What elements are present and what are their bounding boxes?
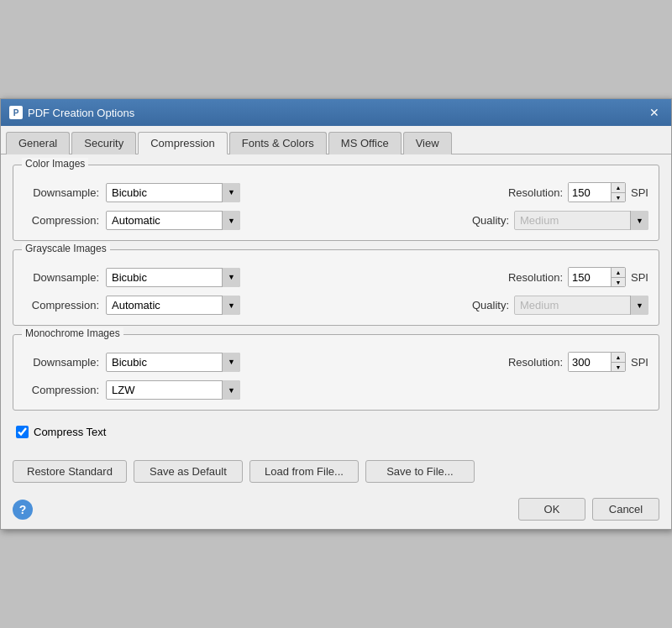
footer-right: OK Cancel <box>518 498 659 521</box>
compress-text-checkbox[interactable] <box>16 426 29 438</box>
window-title: PDF Creation Options <box>28 107 134 119</box>
monochrome-resolution-spinbox: ▲ ▼ <box>568 352 626 372</box>
grayscale-compression-label: Compression: <box>24 299 99 311</box>
monochrome-resolution-input[interactable] <box>569 353 611 371</box>
tab-compression[interactable]: Compression <box>138 132 228 154</box>
grayscale-resolution-input[interactable] <box>569 268 611 286</box>
grayscale-quality-wrapper: Medium Low High Maximum ▼ <box>514 296 648 315</box>
grayscale-images-row2: Compression: Automatic None JPEG JPEG200… <box>24 296 648 315</box>
monochrome-compression-label: Compression: <box>24 384 99 396</box>
grayscale-images-section: Grayscale Images Downsample: Bicubic Non… <box>13 249 659 326</box>
app-icon: P <box>9 106 23 119</box>
color-resolution-unit: SPI <box>631 186 648 199</box>
color-compression-wrapper: Automatic None JPEG JPEG2000 ZIP ▼ <box>106 211 240 230</box>
color-downsample-wrapper: Bicubic None Average Subsample ▼ <box>106 183 240 202</box>
help-button[interactable]: ? <box>13 500 33 520</box>
color-images-row1: Downsample: Bicubic None Average Subsamp… <box>24 182 648 202</box>
grayscale-resolution-up[interactable]: ▲ <box>612 268 625 277</box>
grayscale-resolution-spinbox: ▲ ▼ <box>568 267 626 287</box>
grayscale-downsample-label: Downsample: <box>24 271 99 284</box>
compress-text-label[interactable]: Compress Text <box>34 426 106 438</box>
cancel-button[interactable]: Cancel <box>592 498 659 521</box>
tab-fonts-colors[interactable]: Fonts & Colors <box>229 132 327 154</box>
color-resolution-up[interactable]: ▲ <box>612 183 625 192</box>
color-images-row2: Compression: Automatic None JPEG JPEG200… <box>24 211 648 230</box>
monochrome-resolution-spinbox-btns: ▲ ▼ <box>611 353 625 371</box>
color-quality-wrapper: Medium Low High Maximum ▼ <box>514 211 648 230</box>
monochrome-images-title: Monochrome Images <box>22 327 123 339</box>
monochrome-images-row1: Downsample: Bicubic None Average Subsamp… <box>24 352 648 372</box>
tab-security[interactable]: Security <box>71 132 136 154</box>
ok-button[interactable]: OK <box>518 498 585 521</box>
monochrome-resolution-label: Resolution: <box>508 356 563 369</box>
grayscale-images-title: Grayscale Images <box>22 243 110 254</box>
title-bar: P PDF Creation Options ✕ <box>1 99 671 126</box>
grayscale-resolution-group: Resolution: ▲ ▼ SPI <box>508 267 648 287</box>
compress-text-checkbox-area: Compress Text <box>16 426 106 438</box>
tab-view[interactable]: View <box>403 132 452 154</box>
monochrome-resolution-unit: SPI <box>631 356 648 369</box>
bottom-buttons: Restore Standard Save as Default Load fr… <box>1 452 671 493</box>
grayscale-quality-group: Quality: Medium Low High Maximum ▼ <box>472 296 648 315</box>
grayscale-downsample-select[interactable]: Bicubic None Average Subsample <box>106 268 240 287</box>
color-resolution-input[interactable] <box>569 183 611 201</box>
color-compression-select[interactable]: Automatic None JPEG JPEG2000 ZIP <box>106 211 240 230</box>
grayscale-compression-wrapper: Automatic None JPEG JPEG2000 ZIP ▼ <box>106 296 240 315</box>
color-resolution-spinbox: ▲ ▼ <box>568 182 626 202</box>
color-compression-label: Compression: <box>24 214 99 227</box>
monochrome-downsample-wrapper: Bicubic None Average Subsample ▼ <box>106 353 240 372</box>
tabs-bar: General Security Compression Fonts & Col… <box>1 126 671 154</box>
grayscale-resolution-spinbox-btns: ▲ ▼ <box>611 268 625 286</box>
tab-ms-office[interactable]: MS Office <box>328 132 402 154</box>
main-window: P PDF Creation Options ✕ General Securit… <box>0 98 672 530</box>
close-button[interactable]: ✕ <box>646 104 663 121</box>
grayscale-resolution-down[interactable]: ▼ <box>612 277 625 286</box>
grayscale-images-row1: Downsample: Bicubic None Average Subsamp… <box>24 267 648 287</box>
save-as-default-button[interactable]: Save as Default <box>134 460 243 483</box>
color-downsample-select[interactable]: Bicubic None Average Subsample <box>106 183 240 202</box>
monochrome-compression-wrapper: LZW None CCITT Group 3 CCITT Group 4 ZIP… <box>106 380 240 400</box>
grayscale-quality-select[interactable]: Medium Low High Maximum <box>514 296 648 315</box>
color-quality-select[interactable]: Medium Low High Maximum <box>514 211 648 230</box>
monochrome-images-section: Monochrome Images Downsample: Bicubic No… <box>13 334 659 411</box>
grayscale-quality-label: Quality: <box>472 299 509 311</box>
tab-general[interactable]: General <box>6 132 70 154</box>
grayscale-downsample-wrapper: Bicubic None Average Subsample ▼ <box>106 268 240 287</box>
monochrome-images-row2: Compression: LZW None CCITT Group 3 CCIT… <box>24 380 648 400</box>
color-resolution-label: Resolution: <box>508 186 563 199</box>
compress-text-row: Compress Text <box>13 419 659 442</box>
monochrome-resolution-group: Resolution: ▲ ▼ SPI <box>508 352 648 372</box>
color-downsample-label: Downsample: <box>24 186 99 199</box>
color-quality-group: Quality: Medium Low High Maximum ▼ <box>472 211 648 230</box>
restore-standard-button[interactable]: Restore Standard <box>13 460 127 483</box>
load-from-file-button[interactable]: Load from File... <box>249 460 359 483</box>
title-bar-left: P PDF Creation Options <box>9 106 134 119</box>
monochrome-resolution-down[interactable]: ▼ <box>612 362 625 371</box>
color-images-title: Color Images <box>22 158 88 170</box>
color-resolution-group: Resolution: ▲ ▼ SPI <box>508 182 648 202</box>
monochrome-resolution-up[interactable]: ▲ <box>612 353 625 362</box>
save-to-file-button[interactable]: Save to File... <box>365 460 475 483</box>
color-quality-label: Quality: <box>472 214 509 227</box>
footer: ? OK Cancel <box>1 493 671 529</box>
monochrome-downsample-select[interactable]: Bicubic None Average Subsample <box>106 353 240 372</box>
color-images-section: Color Images Downsample: Bicubic None Av… <box>13 165 659 241</box>
grayscale-resolution-label: Resolution: <box>508 271 563 284</box>
grayscale-compression-select[interactable]: Automatic None JPEG JPEG2000 ZIP <box>106 296 240 315</box>
tab-content: Color Images Downsample: Bicubic None Av… <box>1 154 671 452</box>
monochrome-downsample-label: Downsample: <box>24 356 99 369</box>
monochrome-compression-select[interactable]: LZW None CCITT Group 3 CCITT Group 4 ZIP… <box>106 380 240 400</box>
grayscale-resolution-unit: SPI <box>631 271 648 284</box>
color-resolution-spinbox-btns: ▲ ▼ <box>611 183 625 201</box>
color-resolution-down[interactable]: ▼ <box>612 192 625 201</box>
